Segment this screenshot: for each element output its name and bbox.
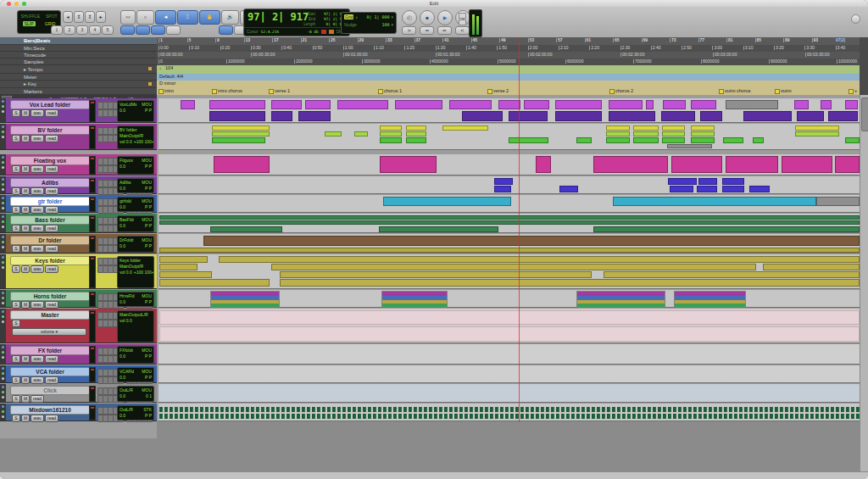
solo-button[interactable]: S xyxy=(12,301,20,309)
track-row-keys[interactable]: Keys folderSMwavreadKeys folderMainOutpt… xyxy=(0,254,157,289)
clip-adlibs[interactable] xyxy=(559,186,578,192)
vertical-scrollbar[interactable] xyxy=(860,95,868,471)
automation-mode-button[interactable]: read xyxy=(45,301,58,309)
grid-value[interactable]: 0| 1| 000 xyxy=(366,14,389,19)
clip-bv[interactable] xyxy=(606,125,630,131)
track-view-button[interactable]: wav xyxy=(31,225,44,232)
clip-horns[interactable] xyxy=(210,291,280,307)
clip-float[interactable] xyxy=(726,156,778,173)
pan-display[interactable]: P P xyxy=(145,354,152,359)
automation-mode-button[interactable]: read xyxy=(45,206,58,214)
ruler-name-bars-beats[interactable]: Bars|Beats xyxy=(0,37,157,45)
output-selector[interactable]: VCAFldMOU xyxy=(120,369,152,375)
clip-bv[interactable] xyxy=(212,137,265,143)
clip-bv[interactable] xyxy=(633,131,659,136)
automation-mode-label[interactable]: MOU xyxy=(142,387,152,393)
add-key-button[interactable] xyxy=(148,82,152,86)
output-path-label[interactable]: Keys folder xyxy=(120,258,141,264)
clip-adlibs[interactable] xyxy=(670,186,693,192)
zoom-vertical-audio[interactable]: ⇕ xyxy=(74,11,84,23)
clip-bv[interactable] xyxy=(576,137,592,143)
volume-display[interactable]: 0.0 xyxy=(120,204,125,210)
track-name-mix[interactable]: Mixdown161210 xyxy=(10,405,90,415)
mute-button[interactable]: M xyxy=(21,206,30,214)
clip-bv[interactable] xyxy=(380,125,402,131)
zoom-preset-5[interactable]: 5 xyxy=(102,25,114,35)
clip-vox[interactable] xyxy=(555,100,602,109)
clip-bv[interactable] xyxy=(212,125,270,131)
solo-button[interactable]: S xyxy=(12,187,20,195)
zoom-preset-4[interactable]: 4 xyxy=(89,25,101,35)
output-path-label[interactable]: FXfoldr xyxy=(120,348,133,354)
track-view-button[interactable]: wav xyxy=(31,355,44,363)
clip-adlibs[interactable] xyxy=(722,186,744,192)
output-path-label[interactable]: Adlibs xyxy=(120,180,131,186)
edit-row-keys[interactable] xyxy=(159,254,860,289)
clip-vox[interactable] xyxy=(797,111,824,121)
clip-vox[interactable] xyxy=(691,100,716,109)
track-row-bv[interactable]: BV folderSMwavreadBV folderMainOutpt/Rvo… xyxy=(0,124,157,150)
clip-bv[interactable] xyxy=(662,137,685,143)
clip-keys[interactable] xyxy=(280,279,860,287)
clip-horns[interactable] xyxy=(576,291,665,307)
clip-horns[interactable] xyxy=(381,291,448,307)
clip-vox[interactable] xyxy=(743,111,792,121)
marker-intro[interactable]: intro xyxy=(159,89,174,94)
play-button[interactable]: ▶ xyxy=(437,10,453,25)
pan-display[interactable]: +100 100+ xyxy=(134,139,154,145)
clip-float[interactable] xyxy=(671,156,722,173)
clip-bv[interactable] xyxy=(795,125,839,131)
fast-forward-button[interactable]: ▸▸ xyxy=(437,26,452,35)
horizontal-scrollbar[interactable] xyxy=(0,471,868,479)
link-timeline-edit-toggle[interactable] xyxy=(136,25,150,35)
clip-keys[interactable] xyxy=(604,271,860,278)
clip-dr[interactable] xyxy=(203,236,860,246)
track-view-button[interactable]: wav xyxy=(31,265,44,273)
slip-mode-button[interactable]: SLIP xyxy=(23,21,36,26)
marker-intro-chorus[interactable]: intro chorus xyxy=(212,89,242,94)
ruler-name-meter[interactable]: Meter xyxy=(0,74,157,81)
ruler-name-samples[interactable]: Samples xyxy=(0,58,157,65)
mute-button[interactable]: M xyxy=(21,165,30,173)
clip-vox[interactable] xyxy=(462,111,503,121)
zoom-left-arrow[interactable]: ◂ xyxy=(63,11,73,23)
clip-keys[interactable] xyxy=(280,271,592,278)
output-selector[interactable]: OutL/RMOU xyxy=(120,387,152,393)
track-name-vca[interactable]: VCA folder xyxy=(10,367,90,376)
clip-vox[interactable] xyxy=(271,111,292,121)
playhead-cursor[interactable] xyxy=(519,37,520,422)
edit-row-mix[interactable] xyxy=(159,404,860,421)
marker--[interactable]: + xyxy=(849,89,857,94)
track-view-button[interactable]: wav xyxy=(31,135,44,142)
volume-display[interactable]: 0.0 xyxy=(120,186,125,192)
output-path-label[interactable]: OutL/R xyxy=(120,387,133,393)
track-name-fx[interactable]: FX folder xyxy=(10,346,90,355)
track-row-float[interactable]: Floating voxSMwavreadFltgvoxMOU0.0P P xyxy=(0,154,157,175)
clip-bv[interactable] xyxy=(325,131,342,136)
automation-mode-button[interactable]: read xyxy=(45,135,58,142)
mute-button[interactable]: M xyxy=(21,245,30,253)
clip-keys[interactable] xyxy=(159,264,198,270)
tab-to-transient-toggle[interactable] xyxy=(120,25,135,35)
grid-value-label[interactable]: Grid xyxy=(344,14,353,19)
clip-keys[interactable] xyxy=(159,256,208,263)
clip-vox[interactable] xyxy=(845,100,858,109)
pan-display[interactable]: P P xyxy=(145,413,152,419)
track-view-button[interactable]: wav xyxy=(31,206,44,214)
track-row-adlibs[interactable]: AdlibsSMwavreadAdlibsMOU0.0P P xyxy=(0,176,157,194)
ruler-name-timecode[interactable]: Timecode xyxy=(0,52,157,58)
edit-row-fx[interactable] xyxy=(159,344,860,365)
output-selector[interactable]: MainOutputL/R xyxy=(120,312,152,318)
marker-verse-1[interactable]: verse 1 xyxy=(269,89,290,94)
solo-button[interactable]: S xyxy=(12,355,20,363)
clip-adlibs[interactable] xyxy=(494,186,511,192)
track-row-mix[interactable]: Mixdown161210SMwavreadOutL/RSTK0.0P P xyxy=(0,404,157,421)
add-tempo-button[interactable] xyxy=(148,67,152,70)
clip-vox[interactable] xyxy=(726,100,778,109)
output-path-label[interactable]: MainOutputL/R xyxy=(120,312,148,318)
clip-bv[interactable] xyxy=(212,131,270,136)
clip-vox[interactable] xyxy=(700,111,722,121)
clip-vox[interactable] xyxy=(555,111,602,121)
mute-button[interactable]: M xyxy=(21,109,30,117)
nudge-value[interactable]: 100 xyxy=(381,22,389,27)
